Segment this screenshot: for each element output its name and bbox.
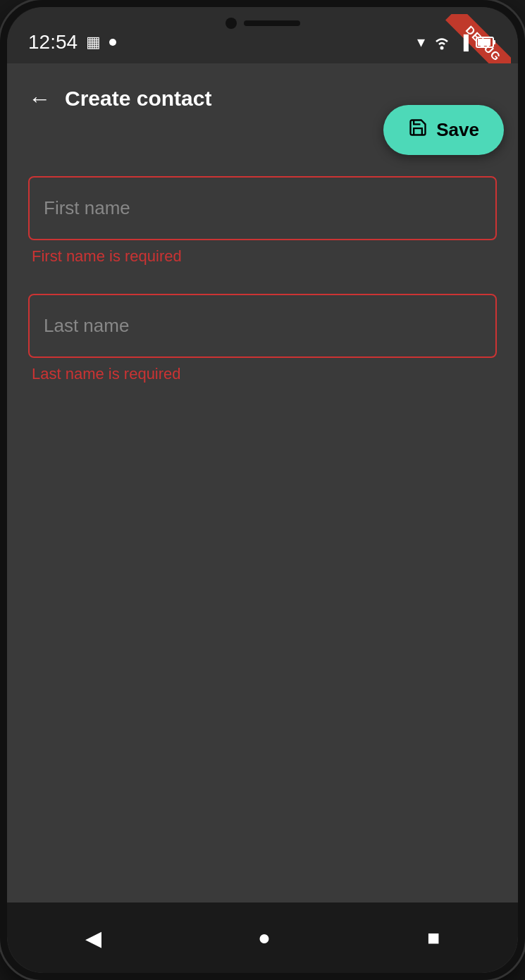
- save-icon: [408, 118, 428, 142]
- svg-rect-3: [493, 40, 495, 44]
- wifi-symbol: [432, 35, 452, 50]
- calendar-icon: ▦: [86, 33, 101, 51]
- status-bar: 12:54 ▦ ▾ ▐: [7, 7, 518, 63]
- battery-icon: [476, 36, 497, 49]
- nav-bar: ◀ ● ■: [7, 903, 518, 973]
- wifi-icon: ▾: [417, 33, 425, 51]
- last-name-group: Last name is required: [28, 294, 497, 383]
- save-label: Save: [436, 119, 479, 141]
- speaker-bar: [244, 20, 300, 26]
- back-button[interactable]: ←: [21, 79, 58, 119]
- status-time: 12:54: [28, 31, 78, 54]
- app-bar: ← Create contact Save: [7, 63, 518, 134]
- camera-area: [226, 18, 300, 29]
- first-name-error: First name is required: [32, 247, 497, 266]
- nav-home-button[interactable]: ●: [230, 915, 299, 960]
- form-spacer: [28, 273, 497, 294]
- content-area: First name is required Last name is requ…: [7, 134, 518, 903]
- svg-point-0: [440, 46, 443, 50]
- save-button[interactable]: Save: [383, 105, 504, 155]
- status-right: ▾ ▐: [417, 33, 497, 51]
- first-name-group: First name is required: [28, 176, 497, 266]
- signal-bars: ▐: [459, 35, 469, 51]
- camera-dot: [226, 18, 237, 29]
- last-name-input[interactable]: [28, 294, 497, 358]
- nav-recents-button[interactable]: ■: [399, 915, 468, 960]
- status-left: 12:54 ▦: [28, 31, 116, 54]
- notification-dot: [109, 39, 116, 46]
- phone-frame: 12:54 ▦ ▾ ▐: [0, 0, 525, 980]
- phone-screen: 12:54 ▦ ▾ ▐: [7, 7, 518, 973]
- last-name-error: Last name is required: [32, 365, 497, 383]
- first-name-input[interactable]: [28, 176, 497, 240]
- nav-back-button[interactable]: ◀: [57, 915, 130, 961]
- svg-rect-2: [478, 39, 490, 46]
